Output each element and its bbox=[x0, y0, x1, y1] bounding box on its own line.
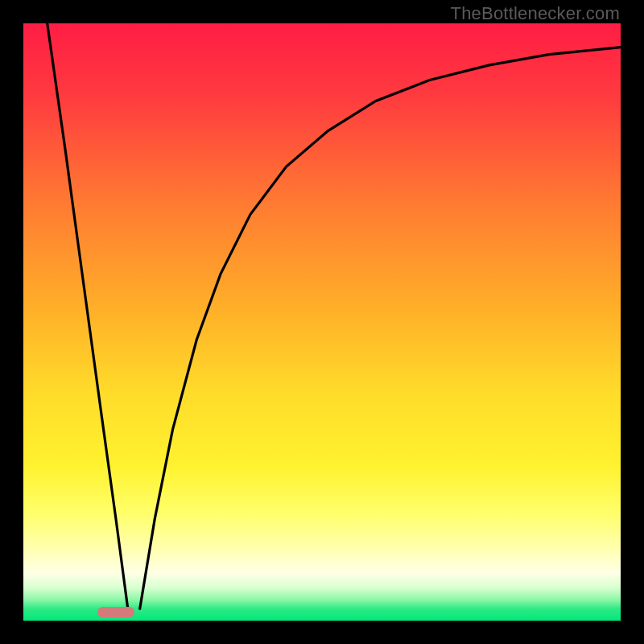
chart-frame: TheBottlenecker.com bbox=[0, 0, 644, 644]
optimal-marker bbox=[97, 607, 134, 617]
watermark-text: TheBottlenecker.com bbox=[451, 3, 620, 24]
plot-area bbox=[23, 23, 621, 621]
bottleneck-curve bbox=[23, 23, 621, 621]
